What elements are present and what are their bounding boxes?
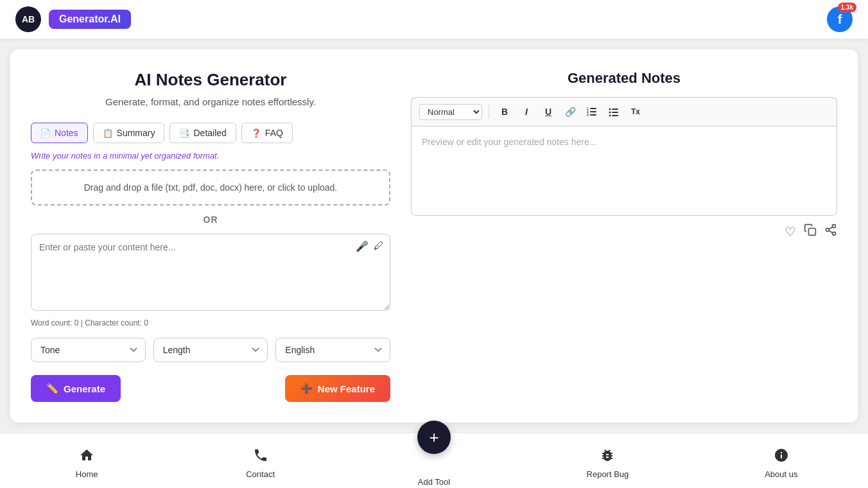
nav-contact[interactable]: Contact xyxy=(173,448,347,479)
toolbar-divider xyxy=(489,105,489,118)
ordered-list-button[interactable]: 123 xyxy=(583,103,601,121)
nav-about[interactable]: About us xyxy=(695,448,868,479)
plus-circle-icon: ➕ xyxy=(300,383,313,394)
tab-faq-label: FAQ xyxy=(265,128,283,138)
svg-line-16 xyxy=(829,231,833,232)
word-char-count: Word count: 0 | Character count: 0 xyxy=(31,318,390,327)
format-select[interactable]: Normal Heading 1 Heading 2 Heading 3 xyxy=(419,104,482,120)
svg-rect-7 xyxy=(612,109,618,110)
svg-rect-0 xyxy=(590,108,596,109)
like-button[interactable]: ♡ xyxy=(785,223,796,240)
nav-add-tool: + Add Tool xyxy=(347,440,521,487)
svg-rect-11 xyxy=(612,115,618,116)
italic-button[interactable]: I xyxy=(517,103,535,121)
drop-zone-text: Drag and drop a file (txt, pdf, doc, doc… xyxy=(84,182,338,193)
svg-point-15 xyxy=(833,232,836,235)
length-dropdown[interactable]: Length Short Medium Long xyxy=(153,338,268,362)
textarea-wrapper: 🎤 🖊 xyxy=(31,234,390,313)
summary-icon: 📋 xyxy=(103,128,113,138)
editor-toolbar: Normal Heading 1 Heading 2 Heading 3 B I… xyxy=(411,97,837,126)
svg-text:3: 3 xyxy=(587,113,589,117)
bottom-nav: Home Contact + Add Tool Report Bug About… xyxy=(0,433,868,488)
nav-report-bug[interactable]: Report Bug xyxy=(521,448,694,479)
svg-rect-12 xyxy=(809,229,816,236)
report-bug-label: Report Bug xyxy=(587,469,629,479)
contact-label: Contact xyxy=(246,469,275,479)
add-tool-label: Add Tool xyxy=(418,477,450,487)
tab-hint: Write your notes in a minimal yet organi… xyxy=(31,151,390,161)
tab-notes[interactable]: 📄 Notes xyxy=(31,123,88,143)
svg-rect-2 xyxy=(590,114,596,116)
generated-notes-title: Generated Notes xyxy=(411,70,837,87)
page-subtitle: Generate, format, and organize notes eff… xyxy=(31,96,390,107)
svg-point-10 xyxy=(609,115,611,117)
clear-format-button[interactable]: Tx xyxy=(627,103,645,121)
paste-icon[interactable]: 🖊 xyxy=(374,240,384,252)
tab-detailed[interactable]: 📑 Detailed xyxy=(169,123,236,143)
phone-icon xyxy=(253,448,268,467)
action-icons: ♡ xyxy=(411,223,837,240)
char-count-text: Character count: 0 xyxy=(85,318,148,327)
svg-rect-9 xyxy=(612,112,618,113)
tab-summary[interactable]: 📋 Summary xyxy=(93,123,165,143)
tab-bar: 📄 Notes 📋 Summary 📑 Detailed ❓ FAQ xyxy=(31,123,390,143)
new-feature-label: New Feature xyxy=(318,383,375,394)
tab-detailed-label: Detailed xyxy=(193,128,226,138)
copy-button[interactable] xyxy=(804,223,817,240)
facebook-badge[interactable]: f 1.3k xyxy=(827,6,853,32)
bug-icon xyxy=(600,448,615,467)
tab-summary-label: Summary xyxy=(117,128,155,138)
svg-point-14 xyxy=(826,229,829,232)
top-nav: AB Generator.AI f 1.3k xyxy=(0,0,868,39)
editor-placeholder: Preview or edit your generated notes her… xyxy=(422,137,596,147)
bold-button[interactable]: B xyxy=(496,103,514,121)
home-label: Home xyxy=(76,469,98,479)
main-container: AI Notes Generator Generate, format, and… xyxy=(10,49,858,423)
or-divider: OR xyxy=(31,214,390,225)
word-count-text: Word count: 0 xyxy=(31,318,78,327)
fb-count: 1.3k xyxy=(838,3,856,12)
tab-faq[interactable]: ❓ FAQ xyxy=(241,123,293,143)
tab-notes-label: Notes xyxy=(55,128,78,138)
svg-point-8 xyxy=(609,112,611,114)
about-icon xyxy=(774,448,789,467)
about-label: About us xyxy=(765,469,797,479)
generate-label: Generate xyxy=(64,383,105,394)
language-dropdown[interactable]: English Spanish French German xyxy=(275,338,390,362)
new-feature-button[interactable]: ➕ New Feature xyxy=(285,375,390,402)
logo: AB xyxy=(15,6,41,32)
brand-badge[interactable]: Generator.AI xyxy=(49,10,131,29)
nav-home[interactable]: Home xyxy=(0,448,173,479)
svg-point-6 xyxy=(609,109,611,110)
detailed-icon: 📑 xyxy=(179,128,189,138)
editor-area[interactable]: Preview or edit your generated notes her… xyxy=(411,126,837,216)
svg-point-13 xyxy=(833,225,836,228)
tone-dropdown[interactable]: Tone Formal Casual Neutral xyxy=(31,338,146,362)
textarea-icons: 🎤 🖊 xyxy=(356,240,384,252)
buttons-row: ✏️ Generate ➕ New Feature xyxy=(31,375,390,402)
svg-rect-1 xyxy=(590,111,596,112)
faq-icon: ❓ xyxy=(251,128,261,138)
generate-button[interactable]: ✏️ Generate xyxy=(31,375,121,402)
link-button[interactable]: 🔗 xyxy=(561,103,579,121)
svg-line-17 xyxy=(829,227,833,229)
share-button[interactable] xyxy=(824,223,837,240)
dropdowns-row: Tone Formal Casual Neutral Length Short … xyxy=(31,338,390,362)
pencil-icon: ✏️ xyxy=(46,383,58,394)
file-drop-zone[interactable]: Drag and drop a file (txt, pdf, doc, doc… xyxy=(31,170,390,205)
add-tool-fab[interactable]: + xyxy=(417,421,451,454)
home-icon xyxy=(79,448,94,467)
nav-left: AB Generator.AI xyxy=(15,6,131,32)
notes-icon: 📄 xyxy=(40,128,51,138)
content-input[interactable] xyxy=(31,234,390,311)
left-panel: AI Notes Generator Generate, format, and… xyxy=(31,70,390,402)
right-panel: Generated Notes Normal Heading 1 Heading… xyxy=(411,70,837,402)
underline-button[interactable]: U xyxy=(539,103,557,121)
unordered-list-button[interactable] xyxy=(605,103,623,121)
microphone-icon[interactable]: 🎤 xyxy=(356,240,369,252)
page-title: AI Notes Generator xyxy=(31,70,390,90)
